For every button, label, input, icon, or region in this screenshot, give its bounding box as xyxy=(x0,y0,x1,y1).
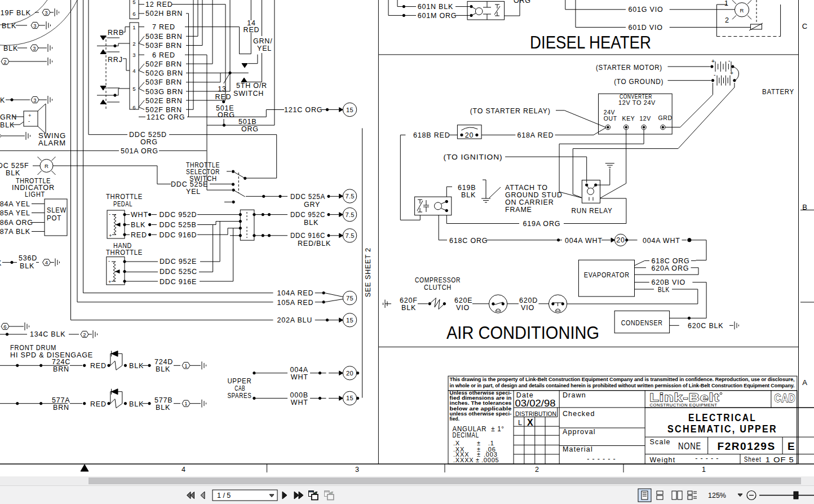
svg-text:C: C xyxy=(802,22,807,30)
svg-text:BLK: BLK xyxy=(461,191,476,199)
svg-text:577A: 577A xyxy=(52,396,70,404)
svg-text:620F: 620F xyxy=(400,297,418,304)
svg-text:DISTRIBUTION: DISTRIBUTION xyxy=(515,410,556,417)
svg-text:121C ORG: 121C ORG xyxy=(147,113,185,121)
svg-text:DDC 525B: DDC 525B xyxy=(160,221,197,229)
svg-text:RED: RED xyxy=(244,26,260,34)
svg-text:4: 4 xyxy=(45,259,48,266)
svg-text:RRJ: RRJ xyxy=(108,56,123,64)
svg-text:BLK: BLK xyxy=(129,362,144,370)
svg-text:1 / 5: 1 / 5 xyxy=(217,492,231,499)
svg-text:20: 20 xyxy=(346,370,353,377)
svg-text:DDC 916E: DDC 916E xyxy=(160,278,197,286)
svg-text:BLK: BLK xyxy=(6,169,20,177)
svg-text:104A RED: 104A RED xyxy=(277,289,314,297)
svg-text:Checked: Checked xyxy=(563,410,595,418)
svg-text:- - - - - -: - - - - - - xyxy=(587,455,616,463)
svg-text:(STARTER MOTOR): (STARTER MOTOR) xyxy=(596,64,662,72)
svg-text:(TO GROUND): (TO GROUND) xyxy=(614,78,663,86)
svg-text:5: 5 xyxy=(132,86,135,92)
svg-text:1: 1 xyxy=(132,24,135,30)
svg-text:3: 3 xyxy=(45,10,47,16)
svg-text:ORG: ORG xyxy=(241,125,259,133)
svg-text:CONSTRUCTION EQUIPMENT: CONSTRUCTION EQUIPMENT xyxy=(650,403,718,408)
svg-text:F2R0129S: F2R0129S xyxy=(718,440,776,452)
svg-text:(TO IGNITION): (TO IGNITION) xyxy=(444,153,503,161)
svg-text:503F BRN: 503F BRN xyxy=(145,42,182,50)
svg-text:RED: RED xyxy=(215,93,232,101)
svg-text:L: L xyxy=(518,419,523,427)
svg-text:AIR CONDITIONING: AIR CONDITIONING xyxy=(446,323,599,343)
svg-text:620D: 620D xyxy=(519,297,538,304)
svg-text:GRY: GRY xyxy=(304,201,320,209)
svg-text:2: 2 xyxy=(725,16,729,24)
svg-text:SWITCH: SWITCH xyxy=(233,90,264,98)
svg-text:4: 4 xyxy=(132,68,135,74)
svg-text:502H BRN: 502H BRN xyxy=(145,10,183,17)
svg-text:6 RED: 6 RED xyxy=(152,51,175,59)
svg-text:1: 1 xyxy=(702,466,706,474)
svg-text:12 RED: 12 RED xyxy=(145,1,173,8)
svg-text:NONE: NONE xyxy=(678,441,701,451)
svg-text:DECIMAL: DECIMAL xyxy=(453,431,479,439)
svg-text:105A RED: 105A RED xyxy=(277,299,314,307)
svg-text:004A WHT: 004A WHT xyxy=(565,237,603,245)
svg-text:RRB: RRB xyxy=(108,29,124,37)
svg-text:BLK: BLK xyxy=(401,304,416,312)
svg-text:2: 2 xyxy=(132,41,135,47)
svg-text:BLK: BLK xyxy=(156,404,170,412)
svg-text:GRN/: GRN/ xyxy=(253,37,272,45)
svg-text:+: + xyxy=(711,58,715,64)
svg-text:724D: 724D xyxy=(154,358,173,366)
svg-text:134C BLK: 134C BLK xyxy=(30,330,65,338)
svg-text:536D: 536D xyxy=(19,254,37,262)
svg-text:FRAME: FRAME xyxy=(505,206,532,214)
svg-text:1 OF 5: 1 OF 5 xyxy=(766,456,794,464)
svg-text:Approval: Approval xyxy=(563,428,596,436)
svg-text:03/02/98: 03/02/98 xyxy=(515,398,556,409)
svg-text:2: 2 xyxy=(3,59,6,65)
svg-text:502F BRN: 502F BRN xyxy=(145,106,182,114)
svg-text:75: 75 xyxy=(346,295,353,302)
svg-text:Drawn: Drawn xyxy=(563,391,586,399)
svg-text:121C ORG: 121C ORG xyxy=(284,106,322,114)
svg-text:5TH O/R: 5TH O/R xyxy=(236,82,267,90)
svg-text:EVAPORATOR: EVAPORATOR xyxy=(584,271,630,279)
svg-text:- - - - -: - - - - - xyxy=(695,454,719,462)
svg-text:601N BLK: 601N BLK xyxy=(418,3,453,11)
svg-text:ORG: ORG xyxy=(514,0,531,5)
svg-text:3: 3 xyxy=(355,466,360,474)
svg-text:THROTTLE: THROTTLE xyxy=(106,193,143,201)
svg-text:CLUTCH: CLUTCH xyxy=(424,284,452,291)
svg-text:BLK: BLK xyxy=(129,400,144,408)
svg-text:CAB: CAB xyxy=(235,384,245,392)
svg-text:BLK: BLK xyxy=(3,45,18,52)
svg-text:FRONT DRUM: FRONT DRUM xyxy=(10,344,56,352)
svg-text:BLK: BLK xyxy=(658,286,670,294)
svg-text:CAD: CAD xyxy=(775,392,796,404)
svg-text:BRN: BRN xyxy=(53,404,69,412)
svg-text:1: 1 xyxy=(724,0,729,7)
svg-text:620A ORG: 620A ORG xyxy=(651,264,689,272)
svg-text:KEY: KEY xyxy=(622,115,635,122)
svg-text:3: 3 xyxy=(33,45,36,51)
svg-text:YEL: YEL xyxy=(186,188,201,196)
svg-text:fied.: fied. xyxy=(450,416,460,422)
svg-text:+: + xyxy=(109,232,112,238)
svg-text:1: 1 xyxy=(184,362,187,369)
svg-text:DDC 525D: DDC 525D xyxy=(129,131,167,139)
svg-text:WHT: WHT xyxy=(291,373,308,381)
svg-text:503E BRN: 503E BRN xyxy=(145,33,182,41)
svg-text:501B: 501B xyxy=(238,118,256,126)
svg-text:620E: 620E xyxy=(454,297,472,304)
svg-text:This drawing is the property o: This drawing is the property of Link-Bel… xyxy=(450,377,795,382)
svg-text:3: 3 xyxy=(33,97,36,103)
svg-text:DDC 952D: DDC 952D xyxy=(160,211,197,219)
svg-text:619B: 619B xyxy=(458,184,476,192)
svg-text:R: R xyxy=(45,163,48,169)
svg-text:DDC 952E: DDC 952E xyxy=(160,258,197,266)
svg-text:DDC 525C: DDC 525C xyxy=(160,268,197,276)
svg-text:(TO STARTER RELAY): (TO STARTER RELAY) xyxy=(470,107,551,115)
svg-text:RED: RED xyxy=(90,362,107,370)
svg-text:BLK: BLK xyxy=(0,121,15,129)
